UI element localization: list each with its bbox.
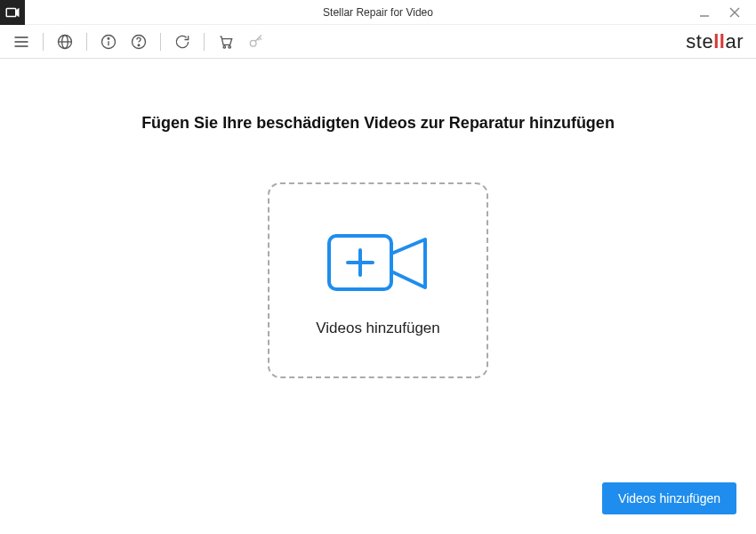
refresh-icon[interactable] [173,33,191,51]
add-videos-dropzone[interactable]: Videos hinzufügen [268,182,488,378]
svg-point-12 [108,37,109,39]
svg-point-14 [138,44,140,45]
svg-point-16 [229,45,231,48]
toolbar: stellar [0,25,756,59]
close-button[interactable] [728,7,742,18]
toolbar-divider [204,33,205,51]
toolbar-divider [86,33,87,51]
dropzone-label: Videos hinzufügen [316,320,440,337]
info-icon[interactable] [100,33,117,51]
toolbar-divider [160,33,161,51]
page-headline: Fügen Sie Ihre beschädigten Videos zur R… [141,114,615,133]
video-camera-plus-icon [320,223,436,307]
main-content: Fügen Sie Ihre beschädigten Videos zur R… [0,59,756,534]
svg-rect-0 [6,8,16,16]
toolbar-divider [43,33,44,51]
minimize-button[interactable] [697,7,712,18]
globe-icon[interactable] [56,33,74,51]
app-icon [0,0,25,25]
menu-icon[interactable] [12,33,30,51]
add-videos-button[interactable]: Videos hinzufügen [602,482,736,514]
window-controls [697,7,756,18]
titlebar: Stellar Repair for Video [0,0,756,25]
svg-point-17 [250,40,256,46]
svg-point-15 [223,45,226,48]
key-icon[interactable] [247,33,265,51]
cart-icon[interactable] [217,33,235,51]
brand-logo: stellar [686,30,744,53]
toolbar-left [12,33,265,51]
window-title: Stellar Repair for Video [323,6,433,19]
help-icon[interactable] [130,33,148,51]
